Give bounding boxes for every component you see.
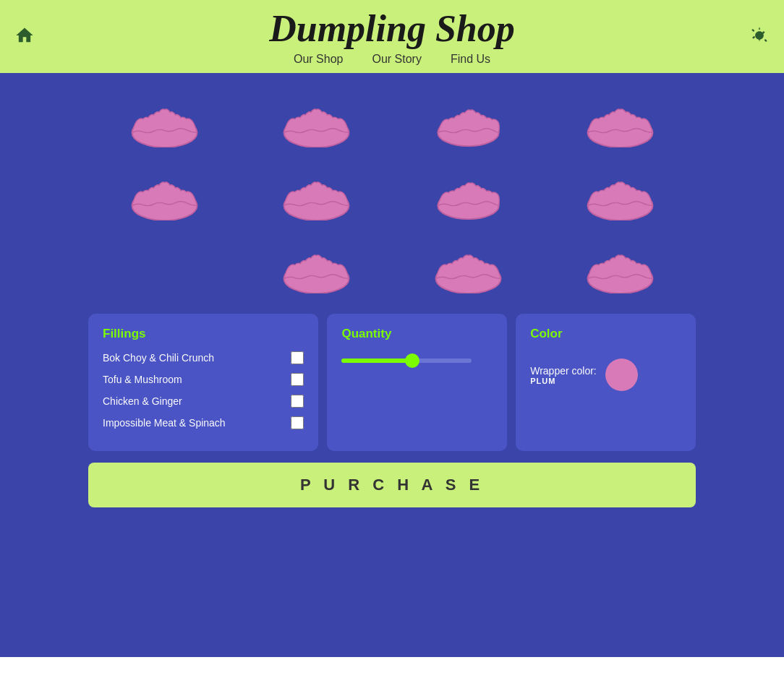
dumpling-9[interactable] (240, 233, 392, 299)
filling-checkbox-3[interactable] (291, 395, 304, 408)
filling-checkbox-4[interactable] (291, 416, 304, 429)
header: Dumpling Shop Our Shop Our Story Find Us (0, 0, 784, 73)
color-box: Color Wrapper color: PLUM (516, 314, 696, 451)
filling-label-1: Bok Choy & Chili Crunch (103, 352, 214, 364)
dumpling-11[interactable] (544, 233, 696, 299)
dumpling-5[interactable] (88, 160, 240, 226)
filling-checkbox-2[interactable] (291, 373, 304, 386)
main-content: Fillings Bok Choy & Chili Crunch Tofu & … (0, 73, 784, 657)
nav-our-shop[interactable]: Our Shop (294, 53, 343, 66)
color-display: Wrapper color: PLUM (530, 359, 681, 391)
page-title: Dumpling Shop (269, 7, 515, 50)
filling-label-3: Chicken & Ginger (103, 395, 182, 407)
filling-item-3: Chicken & Ginger (103, 395, 304, 408)
nav-our-story[interactable]: Our Story (372, 53, 421, 66)
home-icon (14, 25, 35, 46)
nav-bar: Our Shop Our Story Find Us (294, 53, 490, 66)
dumpling-1[interactable] (88, 87, 240, 153)
controls-row: Fillings Bok Choy & Chili Crunch Tofu & … (88, 314, 696, 451)
dumpling-2[interactable] (240, 87, 392, 153)
dumpling-4[interactable] (544, 87, 696, 153)
wrapper-color-label: Wrapper color: (530, 365, 597, 377)
slider-container (341, 359, 493, 363)
brightness-icon (749, 25, 770, 46)
filling-checkbox-1[interactable] (291, 351, 304, 364)
dumpling-7[interactable] (392, 160, 544, 226)
dumpling-10[interactable] (392, 233, 544, 299)
fillings-title: Fillings (103, 327, 304, 341)
dumpling-3[interactable] (392, 87, 544, 153)
dumpling-8[interactable] (544, 160, 696, 226)
quantity-box: Quantity (327, 314, 507, 451)
filling-item-2: Tofu & Mushroom (103, 373, 304, 386)
wrapper-color-name: PLUM (530, 377, 597, 385)
home-icon-button[interactable] (14, 25, 35, 48)
filling-label-2: Tofu & Mushroom (103, 374, 182, 385)
color-title: Color (530, 327, 681, 341)
nav-find-us[interactable]: Find Us (451, 53, 490, 66)
purchase-button[interactable]: P U R C H A S E (88, 463, 696, 507)
filling-item-4: Impossible Meat & Spinach (103, 416, 304, 429)
filling-label-4: Impossible Meat & Spinach (103, 417, 226, 429)
color-swatch[interactable] (605, 359, 638, 391)
dumpling-6[interactable] (240, 160, 392, 226)
fillings-box: Fillings Bok Choy & Chili Crunch Tofu & … (88, 314, 318, 451)
filling-item-1: Bok Choy & Chili Crunch (103, 351, 304, 364)
quantity-title: Quantity (341, 327, 493, 341)
quantity-slider[interactable] (341, 359, 472, 363)
brightness-icon-button[interactable] (749, 25, 770, 48)
dumpling-grid (88, 87, 696, 299)
